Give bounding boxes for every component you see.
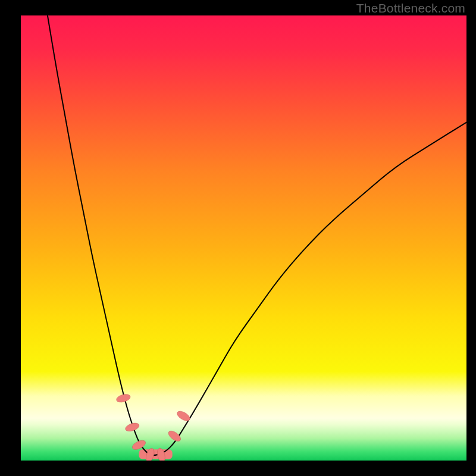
curve-bottom-fill — [139, 449, 173, 459]
plot-area — [21, 15, 466, 461]
trough-fill — [139, 449, 173, 459]
chart-background — [21, 15, 466, 461]
watermark-text: TheBottleneck.com — [356, 1, 465, 15]
chart-svg — [21, 15, 466, 461]
chart-frame: TheBottleneck.com — [0, 0, 476, 476]
